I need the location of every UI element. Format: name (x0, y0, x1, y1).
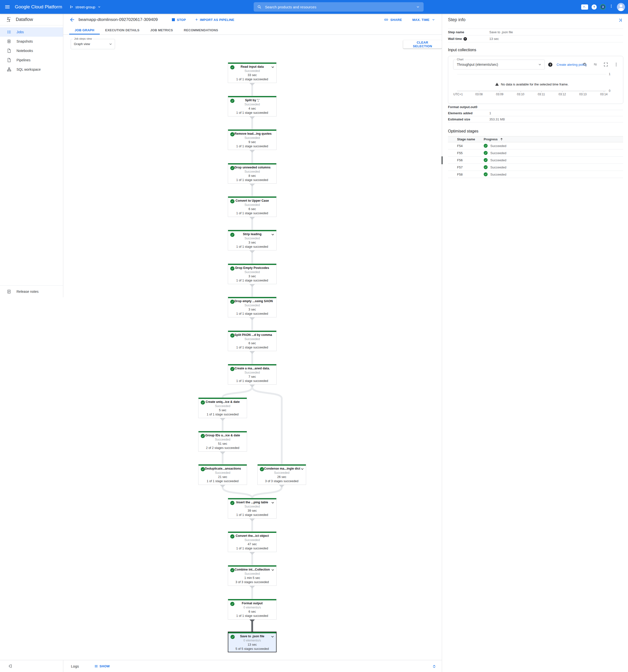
node-stages: 1 of 1 stage succeeded (228, 345, 276, 350)
graph-node-drop-empty-saon[interactable]: Drop empty ...ssing SAONSucceeded3 sec1 … (228, 297, 276, 317)
node-status: Succeeded (228, 136, 276, 140)
notifications-badge[interactable]: 3 (600, 4, 606, 9)
node-stages: 1 of 1 stage succeeded (228, 513, 276, 517)
create-alerting-policy-link[interactable]: Create alerting policy (557, 63, 587, 67)
import-as-pipeline-button[interactable]: + IMPORT AS PIPELINE (195, 18, 235, 22)
sidebar-item-release-notes[interactable]: Release notes (0, 285, 63, 297)
sidebar-item-jobs[interactable]: Jobs (0, 27, 63, 37)
avatar[interactable] (617, 3, 625, 11)
graph-node-create-map[interactable]: Create a ma...aned data.Succeeded7 sec1 … (228, 364, 276, 385)
chevron-down-icon[interactable] (270, 65, 275, 69)
graph-node-group-ids[interactable]: Group IDs u...ice & dateSucceeded51 sec2… (198, 431, 247, 452)
graph-node-format-output[interactable]: Format output0 elements/s6 sec1 of 1 sta… (228, 599, 276, 620)
success-check-icon (484, 144, 488, 148)
help-icon[interactable]: ? (463, 37, 467, 41)
more-options-icon[interactable] (609, 4, 613, 10)
node-stages: 1 of 1 stage succeeded (228, 211, 276, 215)
node-stages: 1 of 1 stage succeeded (228, 279, 276, 283)
node-success-bar (258, 464, 306, 466)
stage-name: F56 (448, 158, 484, 162)
success-check-icon (230, 333, 235, 338)
collapse-panel-icon[interactable] (618, 18, 623, 23)
graph-node-read-input-data[interactable]: Read input dataSucceeded33 sec1 of 1 sta… (228, 62, 276, 83)
project-switcher[interactable]: street-group (69, 0, 101, 14)
product-logo[interactable]: Google Cloud Platform (15, 0, 62, 14)
tab-job-metrics[interactable]: JOB METRICS (145, 26, 178, 34)
menu-icon[interactable] (4, 4, 10, 10)
graph-node-save-json[interactable]: Save to .json file0 elements/s13 sec5 of… (228, 632, 276, 652)
sidebar-item-pipelines[interactable]: Pipelines (0, 55, 63, 65)
graph-node-combine-collection[interactable]: Combine int...CollectionSucceeded1 min 5… (228, 565, 276, 586)
stop-button[interactable]: STOP (172, 18, 186, 22)
tab-execution-details[interactable]: EXECUTION DETAILS (100, 26, 145, 34)
graph-node-strip-leading[interactable]: Strip leadingSucceeded3 sec1 of 1 stage … (228, 230, 276, 250)
graph-node-create-unique[interactable]: Create uniq...ice & dateSucceeded5 sec1 … (198, 398, 247, 418)
graph-node-split-paon[interactable]: Split PAON ...d by commaSucceeded6 sec1 … (228, 331, 276, 351)
sidebar-item-snapshots[interactable]: Snapshots (0, 37, 63, 46)
row-label: Elements added (448, 111, 489, 115)
graph-node-condense[interactable]: Condense ma...ingle dictSucceeded26 sec3… (257, 464, 306, 485)
graph-node-insert-mapping[interactable]: Insert the ...ping tableSucceeded39 sec1… (228, 498, 276, 519)
tab-job-graph[interactable]: JOB GRAPH (69, 26, 100, 34)
stage-row-f58[interactable]: F58Succeeded (448, 171, 623, 178)
share-button[interactable]: SHARE (384, 18, 402, 22)
chevron-down-icon[interactable] (270, 500, 275, 505)
node-success-bar (228, 364, 276, 365)
node-stages: 1 of 1 stage succeeded (228, 111, 276, 115)
chart-more-options-icon[interactable] (614, 62, 619, 67)
smoothing-icon[interactable] (593, 62, 598, 67)
stage-row-f56[interactable]: F56Succeeded (448, 157, 623, 164)
node-stages: 2 of 2 stages succeeded (198, 446, 247, 450)
cloud-shell-icon[interactable]: >_ (581, 4, 588, 9)
graph-node-drop-empty-postcodes[interactable]: Drop Empty PostcodesSucceeded3 sec1 of 1… (228, 263, 276, 284)
help-icon[interactable]: ? (548, 63, 552, 67)
graph-node-remove-quotes[interactable]: Remove lead...ing quotesSucceeded9 sec1 … (228, 129, 276, 150)
collapse-sidebar-icon[interactable] (7, 664, 13, 669)
chevron-down-icon[interactable] (300, 466, 305, 471)
fullscreen-icon[interactable] (603, 62, 608, 67)
node-stages: 5 of 5 stages succeeded (228, 647, 276, 651)
clear-selection-button[interactable]: CLEAR SELECTION (403, 40, 442, 49)
back-arrow-icon[interactable] (69, 17, 75, 23)
node-stages: 1 of 1 stage succeeded (228, 312, 276, 316)
help-icon[interactable]: ? (591, 4, 597, 9)
sidebar-item-sql-workspace[interactable]: SQL workspace (0, 65, 63, 74)
chart-x-axis (457, 91, 606, 91)
max-time-dropdown[interactable]: MAX. TIME (412, 18, 435, 22)
stage-progress: Succeeded (490, 151, 506, 155)
chevron-down-icon[interactable] (270, 568, 275, 572)
stage-row-f57[interactable]: F57Succeeded (448, 164, 623, 171)
node-time: 7 sec (228, 375, 276, 379)
global-search[interactable] (253, 2, 424, 11)
node-title: Format output (228, 601, 276, 605)
chevron-down-icon[interactable] (270, 232, 275, 237)
x-axis-tick (562, 91, 562, 92)
doc-icon (7, 57, 11, 63)
tab-recommendations[interactable]: RECOMMENDATIONS (178, 26, 223, 34)
node-title: Read input data (228, 65, 276, 69)
row-value: 353.31 MB (489, 117, 505, 121)
node-success-bar (198, 464, 247, 466)
graph-node-drop-unneeded-columns[interactable]: Drop unneeded columnsSucceeded8 sec1 of … (228, 163, 276, 184)
chevron-down-icon[interactable] (416, 5, 420, 9)
search-input[interactable] (265, 5, 416, 9)
sidebar-item-notebooks[interactable]: Notebooks (0, 46, 63, 55)
graph-node-deduplicate[interactable]: Deduplicate...ansactionsSucceeded21 sec1… (198, 464, 247, 485)
row-value: 13 sec (489, 37, 499, 41)
panel-resize-handle[interactable] (441, 157, 442, 164)
graph-node-convert-upper-case[interactable]: Convert to Upper CaseSucceeded6 sec1 of … (228, 196, 276, 217)
release-notes-icon (7, 289, 11, 294)
y-axis-max: 1 (609, 72, 610, 76)
job-steps-view-select[interactable]: Job steps view Graph view (71, 39, 115, 49)
logs-show-button[interactable]: SHOW (94, 660, 110, 672)
column-header[interactable]: Progress (484, 137, 503, 141)
graph-node-split-by-comma[interactable]: Split by ','Succeeded4 sec1 of 1 stage s… (228, 96, 276, 117)
reset-zoom-icon[interactable] (582, 62, 587, 67)
stage-row-f54[interactable]: F54Succeeded (448, 142, 623, 149)
chevron-down-icon[interactable] (270, 634, 275, 639)
stage-row-f55[interactable]: F55Succeeded (448, 149, 623, 157)
expand-logs-icon[interactable] (432, 664, 437, 669)
graph-node-convert-dict[interactable]: Convert the...ict objectSucceeded47 sec1… (228, 531, 276, 552)
node-stages: 1 of 1 stage succeeded (198, 479, 247, 483)
chart-metric-select[interactable]: Chart Throughput (elements/sec) (453, 59, 545, 69)
